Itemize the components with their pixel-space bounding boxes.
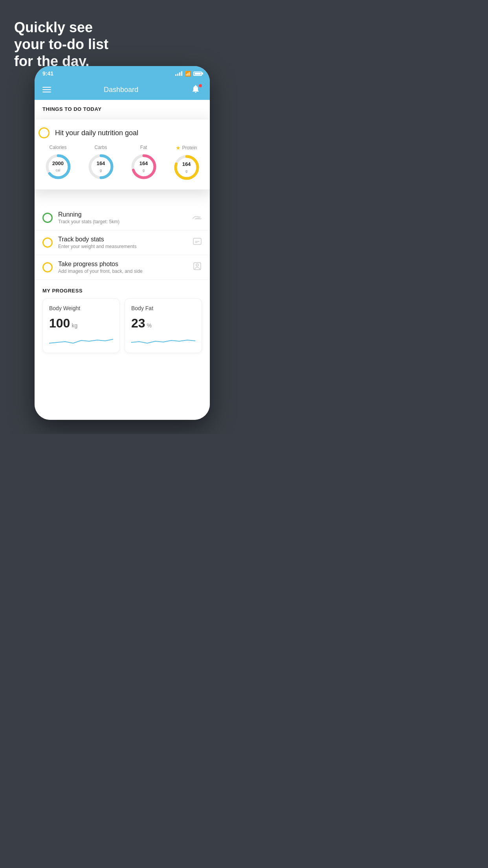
- signal-icon: [175, 71, 182, 76]
- notification-badge: [199, 84, 202, 87]
- todo-subtitle-photos: Add images of your front, back, and side: [58, 268, 187, 274]
- stat-protein-label: ★ Protein: [176, 145, 197, 151]
- fat-value: 164g: [139, 160, 148, 173]
- todo-circle-photos: [42, 262, 53, 272]
- todo-text-running: Running Track your stats (target: 5km): [58, 211, 186, 224]
- stat-carbs: Carbs 164g: [87, 145, 115, 182]
- body-fat-value: 23 %: [131, 316, 195, 331]
- protein-value: 164g: [182, 161, 191, 173]
- stat-fat-label: Fat: [140, 145, 147, 150]
- todo-item-running[interactable]: Running Track your stats (target: 5km): [35, 206, 210, 230]
- body-fat-chart: [131, 335, 195, 346]
- shoe-icon: [192, 212, 202, 223]
- todo-indicator-nutrition: [39, 127, 50, 138]
- todo-subtitle-running: Track your stats (target: 5km): [58, 219, 186, 224]
- battery-icon: [193, 72, 202, 76]
- headline-line2: your to-do list: [14, 36, 108, 53]
- nutrition-title: Hit your daily nutrition goal: [55, 129, 138, 137]
- todo-text-photos: Take progress photos Add images of your …: [58, 261, 187, 274]
- nutrition-card-header: Hit your daily nutrition goal: [39, 127, 206, 138]
- phone-shell: 9:41 📶 Dashboard: [35, 66, 210, 420]
- status-time: 9:41: [42, 70, 53, 77]
- stat-carbs-label: Carbs: [94, 145, 107, 150]
- nutrition-stats: Calories 2000cal Carbs: [39, 145, 206, 182]
- menu-button[interactable]: [42, 87, 51, 92]
- stat-fat: Fat 164g: [130, 145, 158, 182]
- status-icons: 📶: [175, 71, 202, 77]
- headline: Quickly see your to-do list for the day.: [14, 19, 108, 70]
- star-icon: ★: [176, 145, 181, 151]
- nav-bar: Dashboard: [35, 79, 210, 100]
- status-bar: 9:41 📶: [35, 66, 210, 79]
- body-fat-title: Body Fat: [131, 305, 195, 311]
- app-content: THINGS TO DO TODAY Hit your daily nutrit…: [35, 100, 210, 420]
- todo-circle-body-stats: [42, 237, 53, 248]
- donut-protein: 164g: [172, 153, 201, 182]
- todo-item-body-stats[interactable]: Track body stats Enter your weight and m…: [35, 230, 210, 255]
- todo-subtitle-body-stats: Enter your weight and measurements: [58, 244, 187, 249]
- headline-line1: Quickly see: [14, 19, 108, 36]
- donut-fat: 164g: [130, 153, 158, 181]
- todo-title-body-stats: Track body stats: [58, 236, 187, 243]
- todo-title-running: Running: [58, 211, 186, 218]
- todo-text-body-stats: Track body stats Enter your weight and m…: [58, 236, 187, 249]
- body-weight-chart: [49, 335, 113, 346]
- todo-item-photos[interactable]: Take progress photos Add images of your …: [35, 255, 210, 280]
- stat-protein: ★ Protein 164g: [172, 145, 201, 182]
- notification-button[interactable]: [191, 84, 202, 95]
- donut-calories: 2000cal: [44, 153, 72, 181]
- progress-cards: Body Weight 100 kg Body Fat 23: [42, 298, 202, 353]
- scale-icon: [193, 237, 202, 248]
- calories-value: 2000cal: [52, 160, 64, 173]
- todo-circle-running: [42, 213, 53, 223]
- progress-section: MY PROGRESS Body Weight 100 kg: [35, 288, 210, 353]
- body-fat-unit: %: [147, 322, 152, 329]
- carbs-value: 164g: [97, 160, 105, 173]
- body-weight-value: 100 kg: [49, 316, 113, 331]
- nav-title: Dashboard: [104, 86, 138, 94]
- person-icon: [193, 261, 202, 273]
- todo-list: Running Track your stats (target: 5km) T…: [35, 206, 210, 280]
- body-fat-card[interactable]: Body Fat 23 %: [125, 298, 202, 353]
- todo-title-photos: Take progress photos: [58, 261, 187, 268]
- nutrition-card: Hit your daily nutrition goal Calories 2…: [35, 120, 210, 189]
- stat-calories-label: Calories: [49, 145, 66, 150]
- svg-point-10: [196, 264, 198, 266]
- stat-calories: Calories 2000cal: [44, 145, 72, 182]
- body-weight-unit: kg: [72, 322, 77, 329]
- body-weight-title: Body Weight: [49, 305, 113, 311]
- progress-header: MY PROGRESS: [42, 288, 202, 294]
- body-weight-card[interactable]: Body Weight 100 kg: [42, 298, 120, 353]
- donut-carbs: 164g: [87, 153, 115, 181]
- things-header: THINGS TO DO TODAY: [35, 100, 210, 115]
- wifi-icon: 📶: [185, 71, 191, 77]
